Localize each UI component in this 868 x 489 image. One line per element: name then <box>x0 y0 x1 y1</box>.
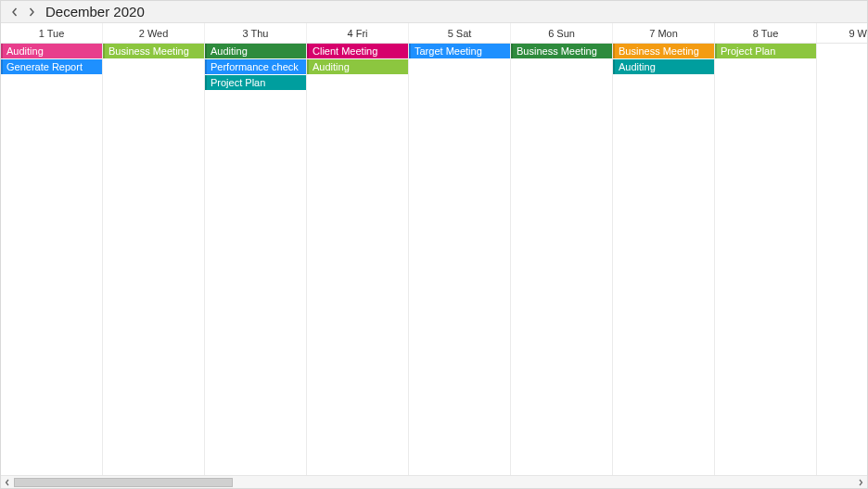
chevron-left-icon <box>10 7 19 17</box>
day-header-row: 1 Tue2 Wed3 Thu4 Fri5 Sat6 Sun7 Mon8 Tue… <box>1 23 867 44</box>
calendar-viewport: 1 Tue2 Wed3 Thu4 Fri5 Sat6 Sun7 Mon8 Tue… <box>1 23 867 475</box>
event[interactable]: Auditing <box>307 59 408 74</box>
calendar-window: December 2020 1 Tue2 Wed3 Thu4 Fri5 Sat6… <box>0 0 868 489</box>
calendar-header: December 2020 <box>1 1 867 23</box>
prev-button[interactable] <box>6 4 23 20</box>
event[interactable]: Generate Report <box>1 59 102 74</box>
chevron-right-icon <box>27 7 36 17</box>
chevron-left-icon <box>4 479 11 486</box>
event[interactable]: Auditing <box>1 44 102 58</box>
event[interactable]: Performance check <box>205 59 306 74</box>
day-header[interactable]: 9 W <box>817 23 867 43</box>
day-column[interactable]: AuditingPerformance checkProject Plan <box>205 44 307 475</box>
day-column[interactable]: Client MeetingAuditing <box>307 44 409 475</box>
calendar-title[interactable]: December 2020 <box>45 4 145 19</box>
calendar-columns: AuditingGenerate ReportBusiness MeetingA… <box>1 44 867 475</box>
event[interactable]: Auditing <box>613 59 714 74</box>
event[interactable]: Client Meeting <box>307 44 408 58</box>
day-column[interactable]: Business MeetingAuditing <box>613 44 715 475</box>
event[interactable]: Project Plan <box>715 44 816 58</box>
next-button[interactable] <box>23 4 40 20</box>
day-header[interactable]: 1 Tue <box>1 23 103 43</box>
scroll-track[interactable] <box>14 476 854 489</box>
day-column[interactable]: Business Meeting <box>511 44 613 475</box>
day-header[interactable]: 7 Mon <box>613 23 715 43</box>
event[interactable]: Business Meeting <box>613 44 714 58</box>
event[interactable]: Project Plan <box>205 75 306 90</box>
day-header[interactable]: 8 Tue <box>715 23 817 43</box>
day-column[interactable]: Target Meeting <box>409 44 511 475</box>
event[interactable]: Target Meeting <box>409 44 510 58</box>
event[interactable]: Auditing <box>205 44 306 58</box>
day-column[interactable]: Business Meeting <box>103 44 205 475</box>
scroll-left-button[interactable] <box>1 476 14 489</box>
scroll-thumb[interactable] <box>14 478 233 487</box>
day-header[interactable]: 6 Sun <box>511 23 613 43</box>
horizontal-scrollbar[interactable] <box>1 475 867 488</box>
event[interactable]: Business Meeting <box>103 44 204 58</box>
day-column[interactable]: Project Plan <box>715 44 817 475</box>
day-column[interactable] <box>817 44 867 475</box>
chevron-right-icon <box>857 479 864 486</box>
day-header[interactable]: 3 Thu <box>205 23 307 43</box>
scroll-right-button[interactable] <box>854 476 867 489</box>
event[interactable]: Business Meeting <box>511 44 612 58</box>
day-header[interactable]: 4 Fri <box>307 23 409 43</box>
day-header[interactable]: 5 Sat <box>409 23 511 43</box>
day-column[interactable]: AuditingGenerate Report <box>1 44 103 475</box>
day-header[interactable]: 2 Wed <box>103 23 205 43</box>
